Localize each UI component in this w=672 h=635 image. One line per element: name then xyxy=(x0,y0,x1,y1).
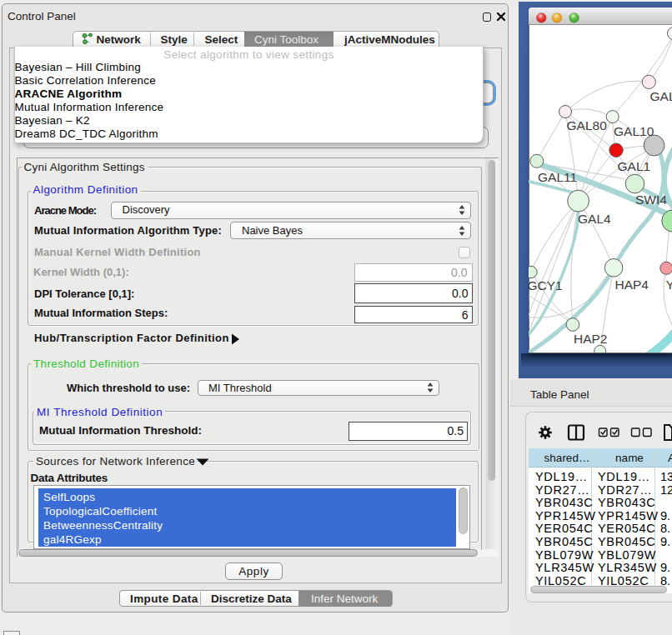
svg-text:Y: Y xyxy=(666,278,672,292)
svg-text:GCY1: GCY1 xyxy=(529,278,563,292)
svg-text:GAL80: GAL80 xyxy=(567,118,608,132)
svg-text:GAL11: GAL11 xyxy=(538,170,577,184)
svg-text:GAL10: GAL10 xyxy=(614,124,654,138)
svg-text:SWI4: SWI4 xyxy=(635,192,667,207)
svg-text:HAP4: HAP4 xyxy=(615,278,649,292)
svg-text:HAP2: HAP2 xyxy=(574,332,608,346)
svg-text:GAL: GAL xyxy=(650,89,672,103)
svg-text:GAL4: GAL4 xyxy=(578,212,611,226)
svg-text:GAL1: GAL1 xyxy=(618,159,651,173)
